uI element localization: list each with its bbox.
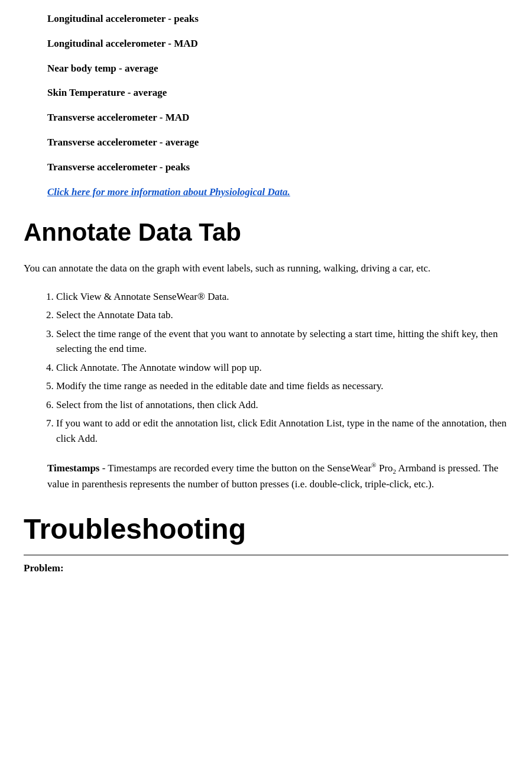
timestamps-block: Timestamps - Timestamps are recorded eve… (47, 460, 508, 491)
bullet-items-list: Longitudinal accelerometer - peaks Longi… (47, 12, 508, 174)
list-item-7: Transverse accelerometer - peaks (47, 160, 508, 174)
annotate-steps-list: Click View & Annotate SenseWear® Data. S… (56, 289, 508, 447)
list-item-1: Longitudinal accelerometer - peaks (47, 12, 508, 26)
annotate-section-title: Annotate Data Tab (24, 215, 508, 250)
list-item-6: Transverse accelerometer - average (47, 135, 508, 150)
step-7: If you want to add or edit the annotatio… (56, 416, 508, 446)
physiological-data-link[interactable]: Click here for more information about Ph… (47, 185, 508, 199)
timestamps-text: - Timestamps are recorded every time the… (47, 462, 498, 490)
list-item-5: Transverse accelerometer - MAD (47, 111, 508, 125)
list-item-3: Near body temp - average (47, 62, 508, 76)
list-item-2: Longitudinal accelerometer - MAD (47, 37, 508, 51)
step-3: Select the time range of the event that … (56, 326, 508, 357)
step-4: Click Annotate. The Annotate window will… (56, 360, 508, 376)
list-item-4: Skin Temperature - average (47, 86, 508, 100)
step-5: Modify the time range as needed in the e… (56, 378, 508, 394)
annotate-intro: You can annotate the data on the graph w… (24, 261, 508, 276)
step-1: Click View & Annotate SenseWear® Data. (56, 289, 508, 305)
troubleshooting-title: Troubleshooting (24, 509, 508, 549)
step-6: Select from the list of annotations, the… (56, 397, 508, 413)
step-2: Select the Annotate Data tab. (56, 308, 508, 323)
timestamps-label: Timestamps (47, 462, 99, 474)
problem-label: Problem: (24, 561, 508, 575)
section-divider (24, 555, 508, 555)
